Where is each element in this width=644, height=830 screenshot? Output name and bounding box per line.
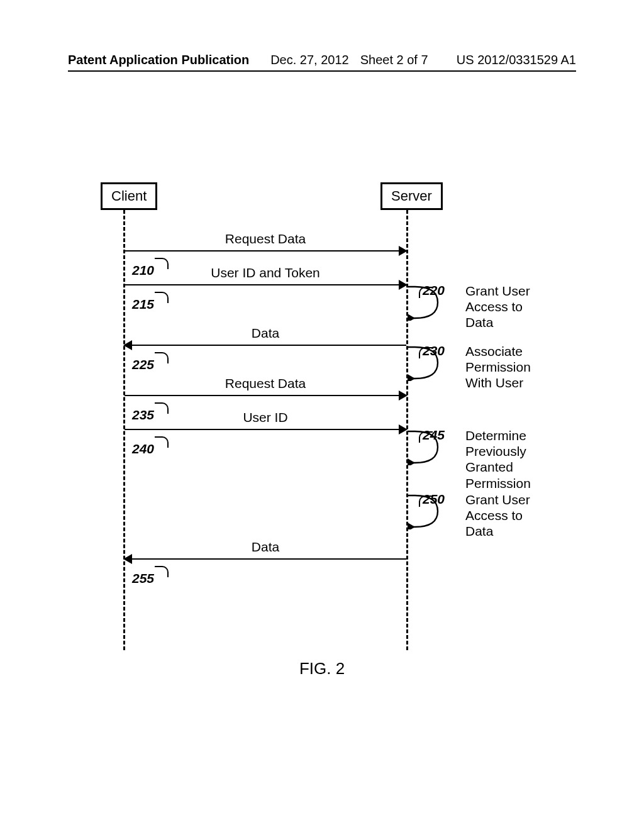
ref-hook-icon — [155, 258, 169, 269]
participant-server: Server — [380, 182, 443, 210]
msg-225-label: Data — [252, 326, 279, 341]
msg-240-arrow — [125, 429, 406, 430]
self-250-ref: 250 — [423, 492, 445, 507]
msg-240-label: User ID — [243, 410, 287, 425]
ref-hook-icon — [155, 436, 169, 448]
arrowhead-left-icon — [123, 554, 132, 564]
msg-255-arrow — [125, 558, 406, 560]
msg-235-label: Request Data — [225, 376, 306, 391]
msg-255-ref: 255 — [132, 571, 154, 586]
lifeline-client — [123, 210, 125, 650]
publication-number: US 2012/0331529 A1 — [457, 53, 576, 67]
participant-client: Client — [101, 182, 157, 210]
self-220-label: Grant UserAccess toData — [465, 283, 530, 331]
msg-215-arrow — [125, 284, 406, 285]
self-220-ref: 220 — [423, 283, 445, 298]
page-header: Patent Application Publication Dec. 27, … — [68, 53, 576, 67]
figure-caption: FIG. 2 — [0, 659, 644, 678]
self-230-label: AssociatePermissionWith User — [465, 343, 531, 391]
msg-215-ref: 215 — [132, 297, 154, 312]
self-230-ref: 230 — [423, 343, 445, 358]
arrowhead-right-icon — [399, 280, 408, 290]
participant-client-label: Client — [111, 188, 147, 204]
self-245-ref: 245 — [423, 428, 445, 443]
arrowhead-right-icon — [399, 390, 408, 401]
self-245-label: DeterminePreviouslyGrantedPermission — [465, 428, 531, 491]
self-250-label: Grant UserAccess toData — [465, 492, 530, 540]
arrowhead-left-icon — [123, 340, 132, 350]
arrowhead-right-icon — [399, 246, 408, 256]
ref-hook-icon — [155, 566, 169, 577]
sequence-diagram-fig2: Client Server Request Data 210 User ID a… — [107, 182, 566, 673]
msg-235-arrow — [125, 395, 406, 396]
msg-235-ref: 235 — [132, 407, 154, 423]
svg-marker-3 — [408, 523, 415, 529]
sheet-number: Sheet 2 of 7 — [360, 53, 428, 67]
arrowhead-right-icon — [399, 424, 408, 434]
publication-date: Dec. 27, 2012 — [270, 53, 349, 67]
participant-server-label: Server — [391, 188, 432, 204]
msg-255-label: Data — [252, 540, 279, 555]
svg-marker-1 — [408, 374, 415, 381]
msg-225-arrow — [125, 345, 406, 346]
msg-210-label: Request Data — [225, 231, 306, 246]
msg-215-label: User ID and Token — [211, 265, 320, 280]
msg-210-ref: 210 — [132, 263, 154, 278]
msg-240-ref: 240 — [132, 441, 154, 456]
svg-marker-0 — [408, 314, 415, 321]
msg-225-ref: 225 — [132, 357, 154, 372]
ref-hook-icon — [155, 352, 169, 363]
ref-hook-icon — [155, 402, 169, 414]
msg-210-arrow — [125, 250, 406, 252]
svg-marker-2 — [408, 458, 415, 465]
ref-hook-icon — [155, 292, 169, 303]
publication-label: Patent Application Publication — [68, 53, 249, 67]
header-divider — [68, 70, 576, 72]
